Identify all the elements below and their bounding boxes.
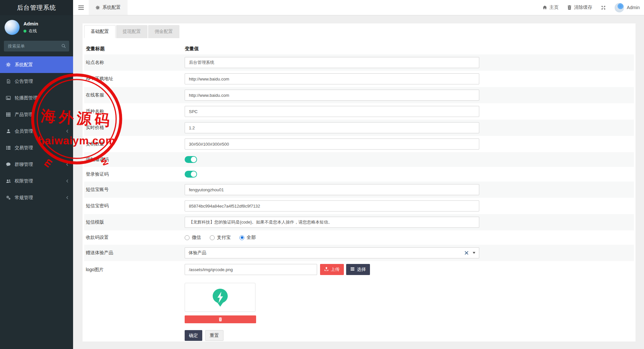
trash-icon xyxy=(219,317,222,321)
chevron-left-icon xyxy=(66,113,69,116)
realtime-price-input[interactable] xyxy=(185,122,479,133)
logo-preview xyxy=(185,283,255,312)
smsbao-account-input[interactable] xyxy=(185,184,479,195)
radio-icon xyxy=(185,235,190,240)
delete-image-button[interactable] xyxy=(185,315,256,323)
sidebar-menu: 系统配置 公告管理 轮播图管理 产品管理 会员管理 交易管理 群聊管理 xyxy=(0,56,73,206)
sidebar-item-label: 产品管理 xyxy=(15,112,33,118)
home-label: 主页 xyxy=(549,5,559,10)
tab-commission-config[interactable]: 佣金配置 xyxy=(148,25,179,38)
smsbao-password-input[interactable] xyxy=(185,200,479,211)
field-label: 赠送体验产品 xyxy=(84,250,185,256)
coin-name-input[interactable] xyxy=(185,106,479,117)
user-icon xyxy=(6,129,11,134)
logo-path-input[interactable] xyxy=(185,264,317,275)
field-label: 短信宝账号 xyxy=(84,187,185,193)
sidebar-item-label: 常规管理 xyxy=(15,195,33,201)
field-label: 登录验证码 xyxy=(84,171,185,177)
tab-system-config[interactable]: 系统配置 xyxy=(89,0,128,15)
field-label: 在线客服 xyxy=(84,92,185,98)
table-row: 强制邀请码 xyxy=(84,152,634,167)
upload-button[interactable]: 上传 xyxy=(320,264,344,275)
hamburger-icon xyxy=(78,6,84,10)
table-row: 赠送体验产品 体验产品 xyxy=(84,245,634,261)
tab-withdraw-config[interactable]: 提现配置 xyxy=(116,25,147,38)
user-name: Admin xyxy=(23,21,38,26)
table-row: 短信宝密码 xyxy=(84,198,634,214)
trade-amount-input[interactable] xyxy=(185,138,479,150)
radio-label: 支付宝 xyxy=(217,235,231,240)
reset-button[interactable]: 重置 xyxy=(205,330,223,341)
table-row: 短信宝账号 xyxy=(84,182,634,198)
app-download-url-input[interactable] xyxy=(185,73,479,84)
sidebar-item-system-config[interactable]: 系统配置 xyxy=(0,56,73,73)
sidebar-item-label: 公告管理 xyxy=(15,79,33,84)
payment-code-radio-group: 微信 支付宝 全部 xyxy=(185,235,256,240)
home-icon xyxy=(543,5,547,10)
clear-cache-link[interactable]: 清除缓存 xyxy=(567,5,592,10)
online-dot-icon xyxy=(23,30,26,33)
sidebar-item-label: 会员管理 xyxy=(15,128,33,134)
table-row: 交易数量 xyxy=(84,136,634,152)
table-header: 变量标题 变量值 xyxy=(84,38,634,54)
choose-label: 选择 xyxy=(357,267,366,272)
gear-icon xyxy=(6,62,11,67)
field-label: 强制邀请码 xyxy=(84,157,185,163)
search-icon[interactable] xyxy=(61,44,66,50)
site-name-input[interactable] xyxy=(185,57,479,68)
sidebar-item-announcements[interactable]: 公告管理 xyxy=(0,73,73,90)
sidebar-item-group-chat[interactable]: 群聊管理 xyxy=(0,156,73,173)
confirm-button[interactable]: 确定 xyxy=(185,330,202,341)
fullscreen-button[interactable] xyxy=(601,5,606,10)
users-icon xyxy=(6,179,11,183)
table-row: 实时价格 xyxy=(84,120,634,136)
sidebar-item-products[interactable]: 产品管理 xyxy=(0,106,73,123)
sms-template-input[interactable] xyxy=(185,217,479,228)
trash-icon xyxy=(567,5,572,10)
form-rows: 站点名称 APP下载地址 在线客服 币种名称 实时价格 交易数量 xyxy=(84,54,634,326)
online-service-url-input[interactable] xyxy=(185,90,479,101)
force-invite-code-toggle[interactable] xyxy=(185,156,197,163)
chevron-down-icon xyxy=(473,252,475,254)
navbar-right: 主页 清除缓存 Admin xyxy=(543,3,644,12)
list-icon xyxy=(6,145,11,150)
radio-wechat[interactable]: 微信 xyxy=(185,235,201,240)
field-label: 实时价格 xyxy=(84,125,185,131)
sidebar-item-members[interactable]: 会员管理 xyxy=(0,123,73,139)
sidebar-item-label: 轮播图管理 xyxy=(15,95,38,101)
file-icon xyxy=(6,79,11,84)
sidebar-item-permissions[interactable]: 权限管理 xyxy=(0,173,73,189)
upload-icon xyxy=(324,267,329,272)
radio-alipay[interactable]: 支付宝 xyxy=(210,235,231,240)
table-row: 站点名称 xyxy=(84,54,634,71)
sidebar-item-general[interactable]: 常规管理 xyxy=(0,189,73,206)
gift-product-select[interactable]: 体验产品 xyxy=(185,247,479,258)
user-panel: Admin 在线 xyxy=(0,15,73,39)
field-label: 收款码设置 xyxy=(84,235,185,240)
chat-icon xyxy=(6,162,11,167)
header-variable-title: 变量标题 xyxy=(84,46,185,52)
user-menu[interactable]: Admin xyxy=(615,3,640,12)
radio-label: 微信 xyxy=(192,235,201,240)
toggle-knob xyxy=(191,157,196,162)
tab-basic-config[interactable]: 基础配置 xyxy=(84,25,115,38)
sidebar-toggle-button[interactable] xyxy=(73,6,89,10)
home-link[interactable]: 主页 xyxy=(543,5,559,10)
radio-all[interactable]: 全部 xyxy=(239,235,256,240)
radio-label: 全部 xyxy=(247,235,256,240)
table-row: 在线客服 xyxy=(84,87,634,103)
clear-selection-icon[interactable] xyxy=(465,251,468,255)
search-input[interactable] xyxy=(4,41,69,51)
config-card: 基础配置 提现配置 佣金配置 变量标题 变量值 站点名称 APP下载地址 在线客… xyxy=(83,23,636,342)
choose-button[interactable]: 选择 xyxy=(346,264,370,275)
sidebar-search xyxy=(4,41,69,51)
image-icon xyxy=(6,95,11,100)
field-label: APP下载地址 xyxy=(84,76,185,82)
table-row: 短信模版 xyxy=(84,214,634,230)
config-tabs: 基础配置 提现配置 佣金配置 xyxy=(84,25,634,38)
sidebar-item-transactions[interactable]: 交易管理 xyxy=(0,139,73,156)
login-captcha-toggle[interactable] xyxy=(185,171,197,178)
nav-username: Admin xyxy=(627,5,640,10)
app-title: 后台管理系统 xyxy=(0,0,73,15)
sidebar-item-carousel[interactable]: 轮播图管理 xyxy=(0,90,73,106)
